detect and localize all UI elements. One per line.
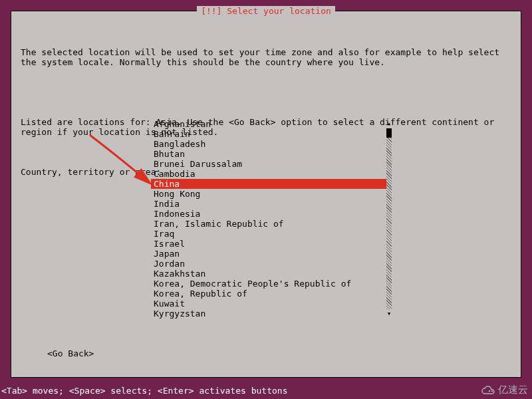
scrollbar[interactable]: ▴ ▾ (386, 119, 392, 319)
list-item[interactable]: Korea, Democratic People's Republic of (151, 279, 387, 289)
svg-point-1 (491, 390, 493, 391)
list-item[interactable]: Afghanistan (151, 119, 387, 129)
list-item[interactable]: Korea, Republic of (151, 289, 387, 299)
list-item[interactable]: India (151, 199, 387, 209)
list-item[interactable]: China (151, 179, 387, 189)
list-item[interactable]: Japan (151, 249, 387, 259)
list-item[interactable]: Bahrain (151, 129, 387, 139)
country-list[interactable]: AfghanistanBahrainBangladeshBhutanBrunei… (151, 119, 387, 319)
scrollbar-track[interactable] (386, 128, 392, 309)
list-item[interactable]: Bangladesh (151, 139, 387, 149)
scroll-up-icon[interactable]: ▴ (386, 119, 392, 128)
go-back-button[interactable]: <Go Back> (47, 348, 94, 358)
list-item[interactable]: Hong Kong (151, 189, 387, 199)
dialog-title: [!!] Select your location (197, 6, 335, 16)
list-item[interactable]: Cambodia (151, 169, 387, 179)
list-item[interactable]: Jordan (151, 259, 387, 269)
svg-point-0 (489, 390, 490, 391)
list-item[interactable]: Iraq (151, 229, 387, 239)
list-item[interactable]: Iran, Islamic Republic of (151, 219, 387, 229)
list-item[interactable]: Indonesia (151, 209, 387, 219)
cloud-icon (480, 385, 496, 396)
list-item[interactable]: Israel (151, 239, 387, 249)
list-item[interactable]: Bhutan (151, 149, 387, 159)
watermark: 亿速云 (480, 384, 528, 396)
scroll-down-icon[interactable]: ▾ (386, 309, 392, 319)
dialog-paragraph-1: The selected location will be used to se… (21, 47, 511, 67)
list-item[interactable]: Kazakhstan (151, 269, 387, 279)
list-item[interactable]: Kyrgyzstan (151, 309, 387, 319)
help-bar: <Tab> moves; <Space> selects; <Enter> ac… (1, 386, 287, 396)
watermark-text: 亿速云 (498, 384, 528, 396)
installer-dialog: [!!] Select your location The selected l… (11, 11, 521, 378)
list-item[interactable]: Kuwait (151, 299, 387, 309)
list-item[interactable]: Brunei Darussalam (151, 159, 387, 169)
scrollbar-thumb[interactable] (386, 128, 392, 138)
